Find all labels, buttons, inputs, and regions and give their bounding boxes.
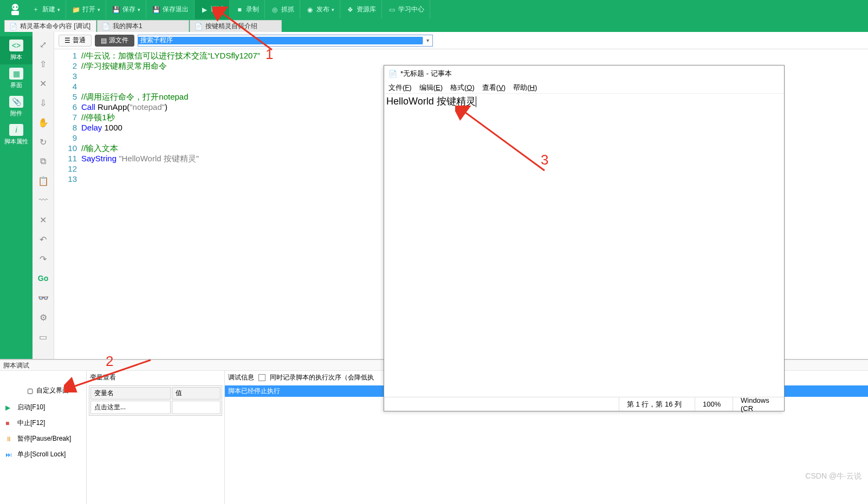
list-icon: ☰ [64,37,70,44]
tab-1[interactable]: 📄我的脚本1 [97,20,189,32]
debug-button[interactable]: ▶调试 [195,0,230,19]
book-icon: ▭ [387,5,396,14]
rectangle-icon[interactable]: ▭ [36,331,50,343]
var-value-header: 值 [172,387,221,400]
stop-icon: ■ [5,420,13,427]
close-x-icon[interactable]: ✕ [36,77,50,89]
new-button[interactable]: ＋新建▾ [26,0,66,19]
custom-ui-button[interactable]: ▢ 自定义界面 › [0,373,86,400]
dropdown-icon[interactable]: ▾ [423,37,432,43]
sidebar-item-ui[interactable]: ▦界面 [0,64,33,93]
hand-icon[interactable]: ✋ [36,116,50,128]
step-icon: ⏭ [5,451,13,459]
notepad-window[interactable]: 📄 *无标题 - 记事本 文件(F) 编辑(E) 格式(O) 查看(V) 帮助(… [384,65,785,411]
code-icon: <> [9,40,23,51]
folder-icon: 📁 [72,5,80,14]
menu-help[interactable]: 帮助(H) [513,83,537,93]
menu-view[interactable]: 查看(V) [482,83,506,93]
save-button[interactable]: 💾保存▾ [106,0,146,19]
doc-icon: 📄 [9,23,17,30]
go-button[interactable]: Go [36,272,50,284]
learn-button[interactable]: ▭学习中心 [382,0,430,19]
resource-button[interactable]: ❖资源库 [340,0,382,19]
editor-toolbar: ☰普通 ▤源文件 ▾ [54,32,868,49]
sidebar-item-attachment[interactable]: 📎附件 [0,93,33,121]
var-name-header: 变量名 [90,387,171,400]
play-icon: ▶ [200,5,209,14]
grab-icon: ◎ [270,5,279,14]
save-exit-button[interactable]: 💾保存退出 [146,0,195,19]
copy-icon[interactable]: ⧉ [36,155,50,167]
briefcase-icon: ❖ [346,5,354,14]
menu-edit[interactable]: 编辑(E) [419,83,443,93]
debug-commands: ▢ 自定义界面 › ▶启动[F10] ■中止[F12] ⏸暂停[Pause/Br… [0,371,87,504]
variable-watch: 变量查看 变量名值 点击这里... [87,371,225,504]
source-view-button[interactable]: ▤源文件 [95,35,134,47]
expand-icon[interactable]: ⤢ [36,38,50,50]
record-order-checkbox[interactable] [258,374,265,381]
pause-icon: ⏸ [5,435,13,443]
chevron-right-icon: › [72,387,74,395]
grid-icon: ▦ [9,68,23,80]
undo-icon[interactable]: ↶ [36,233,50,245]
redo-icon[interactable]: ↷ [36,253,50,265]
pause-debug-button[interactable]: ⏸暂停[Pause/Break] [0,431,86,447]
zoom-level: 100% [695,397,733,411]
svg-point-2 [13,6,15,8]
cursor-position: 第 1 行，第 16 列 [619,397,695,411]
attach-icon: 📎 [9,96,23,108]
record-button[interactable]: ■录制 [230,0,265,19]
sidebar-item-script[interactable]: <>脚本 [0,36,33,64]
record-order-label: 同时记录脚本的执行次序（会降低执 [270,373,374,382]
window-icon: ▢ [27,387,33,395]
debug-info-title: 调试信息 [228,373,254,382]
grab-button[interactable]: ◎抓抓 [265,0,300,19]
binoculars-icon[interactable]: 👓 [36,292,50,304]
down-arrow-icon[interactable]: ⇩ [36,97,50,109]
save-icon: 💾 [112,5,120,14]
normal-view-button[interactable]: ☰普通 [59,35,92,47]
doc-icon: ▤ [101,37,107,44]
search-input[interactable] [138,37,423,44]
subprogram-search: ▾ [138,35,433,47]
tab-2[interactable]: 📄按键精灵自我介绍 [190,20,282,32]
up-arrow-icon[interactable]: ⇧ [36,58,50,70]
strike-icon[interactable]: ✕ [36,214,50,226]
notepad-menubar: 文件(F) 编辑(E) 格式(O) 查看(V) 帮助(H) [384,82,784,94]
svg-rect-1 [11,11,19,15]
variable-table: 变量名值 点击这里... [89,385,222,416]
var-placeholder-cell[interactable]: 点击这里... [90,401,171,414]
encoding-label: Windows (CR [733,397,784,411]
play-icon: ▶ [5,404,13,411]
publish-button[interactable]: ◉发布▾ [300,0,340,19]
menu-format[interactable]: 格式(O) [450,83,475,93]
publish-icon: ◉ [306,5,314,14]
camera-icon: ■ [235,5,244,14]
watermark: CSDN @牛·云说 [805,472,861,481]
app-logo [4,2,26,18]
refresh-icon[interactable]: ↻ [36,136,50,148]
notepad-icon: 📄 [388,70,397,78]
stop-debug-button[interactable]: ■中止[F12] [0,415,86,431]
step-debug-button[interactable]: ⏭单步[Scroll Lock] [0,447,86,462]
variable-watch-title: 变量查看 [87,371,224,384]
document-tabs: 📄精灵基本命令内容 [调试] 📄我的脚本1 📄按键精灵自我介绍 [0,19,868,32]
notepad-titlebar[interactable]: 📄 *无标题 - 记事本 [384,66,784,82]
open-button[interactable]: 📁打开▾ [66,0,106,19]
find-replace-icon[interactable]: ⚙ [36,311,50,323]
tab-0[interactable]: 📄精灵基本命令内容 [调试] [4,20,96,32]
sidebar-item-properties[interactable]: i脚本属性 [0,121,33,149]
wave-icon[interactable]: 〰 [36,194,50,206]
menu-file[interactable]: 文件(F) [388,83,412,93]
main-toolbar: ＋新建▾ 📁打开▾ 💾保存▾ 💾保存退出 ▶调试 ■录制 ◎抓抓 ◉发布▾ ❖资… [0,0,868,19]
svg-point-3 [16,6,18,8]
notepad-textarea[interactable]: HelloWorld 按键精灵 [384,94,784,397]
paste-icon[interactable]: 📋 [36,175,50,187]
notepad-statusbar: 第 1 行，第 16 列 100% Windows (CR [384,397,784,411]
start-debug-button[interactable]: ▶启动[F10] [0,400,86,415]
info-icon: i [9,124,23,136]
doc-icon: 📄 [102,23,109,30]
doc-icon: 📄 [195,23,202,30]
save-exit-icon: 💾 [152,5,160,14]
notepad-title: *无标题 - 记事本 [400,69,452,78]
